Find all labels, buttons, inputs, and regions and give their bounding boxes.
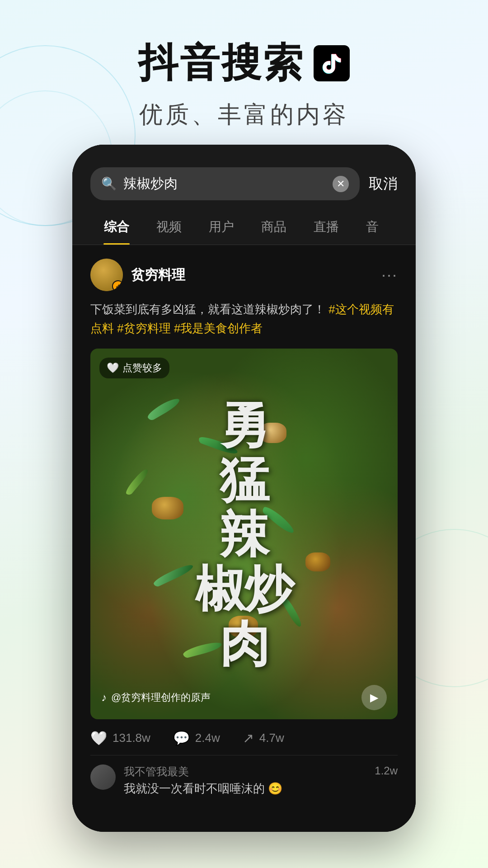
likes-count: 131.8w [113,731,150,745]
search-input-wrapper[interactable]: 🔍 辣椒炒肉 ✕ [90,167,360,200]
shares-stat[interactable]: ↗ 4.7w [243,730,284,746]
tab-直播[interactable]: 直播 [300,209,352,245]
share-stat-icon: ↗ [243,730,254,746]
search-bar-area: 🔍 辣椒炒肉 ✕ 取消 [72,145,416,209]
comments-stat[interactable]: 💬 2.4w [173,730,220,746]
more-options-icon[interactable]: ··· [381,265,398,284]
tiktok-logo-icon [314,45,350,81]
avatar[interactable]: ✓ [90,259,123,291]
content-area: ✓ 贫穷料理 ··· 下饭菜到底有多凶猛，就看这道辣椒炒肉了！ #这个视频有点料… [72,245,416,818]
clear-search-button[interactable]: ✕ [333,176,349,192]
video-text-overlay: 勇猛辣椒炒肉 [106,397,382,671]
phone-mockup: 🔍 辣椒炒肉 ✕ 取消 综合 视频 用户 商品 [72,145,416,832]
commenter-name: 我不管我最美 [124,764,366,779]
username-label[interactable]: 贫穷料理 [131,266,185,284]
video-thumbnail[interactable]: 🤍 点赞较多 勇猛辣椒炒肉 ♪ @贫穷料理创作的原声 [90,349,398,719]
comment-content: 我不管我最美 我就没一次看时不咽唾沫的 😊 [124,764,366,797]
heart-icon: 🤍 [107,362,119,374]
user-info: ✓ 贫穷料理 [90,259,185,291]
search-icon: 🔍 [101,176,117,191]
tabs-navigation: 综合 视频 用户 商品 直播 音 [72,209,416,245]
comment-text: 我就没一次看时不咽唾沫的 😊 [124,781,366,797]
search-query-text: 辣椒炒肉 [123,175,326,193]
play-icon: ▶ [370,691,378,704]
like-badge-text: 点赞较多 [122,361,162,375]
video-bottom-bar: ♪ @贫穷料理创作的原声 ▶ [90,685,398,710]
phone-inner: 🔍 辣椒炒肉 ✕ 取消 综合 视频 用户 商品 [72,145,416,832]
video-overlay-text: 勇猛辣椒炒肉 [106,397,382,671]
stats-row: 🤍 131.8w 💬 2.4w ↗ 4.7w [90,719,398,755]
comments-area: 我不管我最美 我就没一次看时不咽唾沫的 😊 1.2w [90,755,398,797]
app-title: 抖音搜索 [138,36,305,90]
comment-stat-icon: 💬 [173,730,190,746]
tab-音[interactable]: 音 [352,209,392,245]
app-subtitle: 优质、丰富的内容 [0,99,488,131]
tiktok-music-icon: ♪ [101,691,107,704]
post-user-row: ✓ 贫穷料理 ··· [90,259,398,291]
cancel-search-button[interactable]: 取消 [369,174,398,194]
tab-综合[interactable]: 综合 [90,209,143,245]
tab-视频[interactable]: 视频 [143,209,195,245]
hashtag-3[interactable]: #我是美食创作者 [174,321,263,335]
comment-likes-count: 1.2w [375,764,398,777]
title-row: 抖音搜索 [0,36,488,90]
comments-count: 2.4w [195,731,220,745]
comment-item: 我不管我最美 我就没一次看时不咽唾沫的 😊 1.2w [90,764,398,797]
post-description: 下饭菜到底有多凶猛，就看这道辣椒炒肉了！ #这个视频有点料 #贫穷料理 #我是美… [90,300,398,338]
commenter-avatar [90,764,116,790]
verified-badge-icon: ✓ [112,280,123,291]
header-area: 抖音搜索 优质、丰富的内容 [0,0,488,149]
likes-stat[interactable]: 🤍 131.8w [90,730,150,746]
sound-info: ♪ @贫穷料理创作的原声 [101,691,211,704]
heart-stat-icon: 🤍 [90,730,107,746]
like-badge: 🤍 点赞较多 [99,358,169,378]
play-button[interactable]: ▶ [361,685,387,710]
phone-frame: 🔍 辣椒炒肉 ✕ 取消 综合 视频 用户 商品 [72,145,416,832]
hashtag-2[interactable]: #贫穷料理 [117,321,170,335]
sound-credit: @贫穷料理创作的原声 [111,691,211,704]
tab-商品[interactable]: 商品 [248,209,300,245]
shares-count: 4.7w [259,731,284,745]
post-text: 下饭菜到底有多凶猛，就看这道辣椒炒肉了！ [90,302,325,316]
tab-用户[interactable]: 用户 [195,209,248,245]
